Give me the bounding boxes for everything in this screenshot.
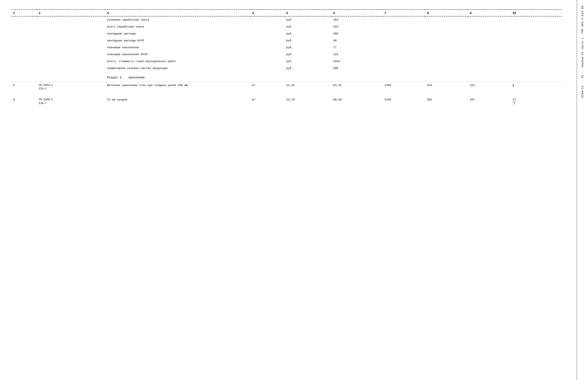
page: I 2 3 4 5 6 7 8 9 IO основная заработная…	[0, 0, 588, 380]
header-col10: IO	[510, 10, 562, 16]
header-col4: 4	[250, 10, 284, 16]
table-row: основная заработная плата руб. 284	[11, 16, 562, 23]
data-row5-col5: 2I,32	[284, 82, 331, 92]
row3-val: 206	[331, 30, 383, 37]
data-row6-num: 6	[11, 92, 37, 107]
data-row6-col10: I3 I	[510, 92, 562, 107]
table-row: нормативная условно-чистая продукция руб…	[11, 65, 562, 72]
data-row6-unit: м³	[250, 92, 284, 107]
sidebar-code: 9394/12	[581, 86, 584, 98]
row4-val: 99	[331, 37, 383, 44]
row4-unit: руб.	[284, 37, 331, 44]
row2-desc: всего заработная плата	[105, 23, 250, 30]
sidebar-page: - 52 -	[581, 71, 584, 82]
row2-val: 284	[331, 23, 383, 30]
row8-val: 508	[331, 65, 383, 72]
data-row6-col6: 58,58	[331, 92, 383, 107]
header-col1: I	[11, 10, 37, 16]
header-col7: 7	[382, 10, 425, 16]
section-title: Крепление	[129, 76, 145, 79]
row5-unit: руб.	[284, 44, 331, 51]
data-row6-fraction: I3 I	[512, 98, 516, 105]
data-row5-desc: Бетонное крепление стен при толщине креп…	[105, 82, 250, 92]
row6-unit: руб.	[284, 51, 331, 58]
data-row5-col10: 9	[510, 82, 562, 92]
data-row6-col9: 267	[468, 92, 510, 107]
row6-desc: плановые накопления НУЧП	[105, 51, 250, 58]
section-label: Раздел 3.	[107, 76, 123, 79]
data-row6-col5: 23,I9	[284, 92, 331, 107]
data-row-5: 5 35–2033–2 II6–I Бетонное крепление сте…	[11, 82, 562, 92]
sidebar-album: Альбом IV часть 1	[581, 38, 584, 67]
row8-unit: руб.	[284, 65, 331, 72]
data-row5-col6: 63,3I	[331, 82, 383, 92]
data-row5-code: 35–2033–2 II6–I	[37, 82, 105, 92]
row5-val: 77	[331, 44, 383, 51]
data-row-6: 6 35–2039–2 II6–7 То же сводов м³ 23,I9 …	[11, 92, 562, 107]
data-row6-fraction-den: I	[512, 102, 516, 105]
sidebar-right: ТПР 403-3-015.86 Альбом IV часть 1 - 52 …	[577, 0, 588, 380]
data-row5-col7: I350	[382, 82, 425, 92]
main-table: I 2 3 4 5 6 7 8 9 IO основная заработная…	[11, 9, 562, 107]
data-row5-num: 5	[11, 82, 37, 92]
row3-unit: руб.	[284, 30, 331, 37]
header-col9: 9	[468, 10, 510, 16]
data-row6-desc: То же сводов	[105, 92, 250, 107]
row7-desc: всего, стоимость горно-проходческих рабо…	[105, 58, 250, 65]
row5-desc: плановые накопления	[105, 44, 250, 51]
row3-desc: накладные расходы	[105, 30, 250, 37]
data-row6-col8: 502	[425, 92, 468, 107]
row7-unit: руб.	[284, 58, 331, 65]
row8-desc: нормативная условно-чистая продукция	[105, 65, 250, 72]
header-col5: 5	[284, 10, 331, 16]
table-row: всего заработная плата руб. 284	[11, 23, 562, 30]
row7-val: I042	[331, 58, 383, 65]
row1-unit: руб.	[284, 16, 331, 23]
data-row5-fraction-num: 9	[512, 84, 514, 87]
data-row5-col8: 4I4	[425, 82, 468, 92]
column-headers-row: I 2 3 4 5 6 7 8 9 IO	[11, 10, 562, 16]
header-col3: 3	[105, 10, 250, 16]
data-row5-col9: 222	[468, 82, 510, 92]
table-row: всего, стоимость горно-проходческих рабо…	[11, 58, 562, 65]
data-row6-code: 35–2039–2 II6–7	[37, 92, 105, 107]
header-col2: 2	[37, 10, 105, 16]
table-row: накладные расходы НУЧП руб. 99	[11, 37, 562, 44]
table-row: плановые накопления НУЧП руб. I25	[11, 51, 562, 58]
row6-val: I25	[331, 51, 383, 58]
row1-val: 284	[331, 16, 383, 23]
row1-desc: основная заработная плата	[105, 16, 250, 23]
sidebar-doc-number: ТПР 403-3-015.86	[581, 6, 584, 34]
row2-unit: руб.	[284, 23, 331, 30]
data-row6-fraction-num: I3	[512, 98, 516, 102]
data-row6-col7: I358	[382, 92, 425, 107]
section-header-row: Раздел 3. Крепление	[11, 72, 562, 82]
table-row: накладные расходы руб. 206	[11, 30, 562, 37]
data-row5-unit: м³	[250, 82, 284, 92]
header-col8: 8	[425, 10, 468, 16]
row4-desc: накладные расходы НУЧП	[105, 37, 250, 44]
header-col6: 6	[331, 10, 383, 16]
table-row: плановые накопления руб. 77	[11, 44, 562, 51]
